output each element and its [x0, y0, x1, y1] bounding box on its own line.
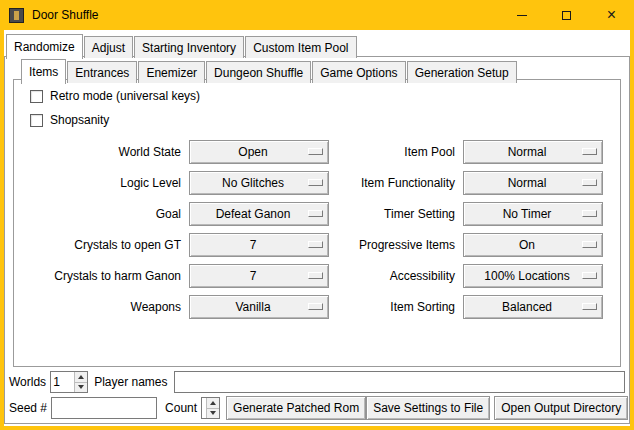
world-state-label: World State — [14, 145, 189, 159]
dropdown-indicator-icon — [308, 210, 323, 217]
count-spin-buttons — [206, 398, 219, 418]
player-names-input[interactable] — [174, 371, 626, 393]
worlds-spinbox[interactable] — [50, 371, 88, 393]
main-tabstrip: Randomize Adjust Starting Inventory Cust… — [6, 34, 358, 58]
spin-up-button[interactable] — [75, 372, 87, 382]
arrow-down-icon — [78, 385, 84, 389]
dropdown-indicator-icon — [582, 210, 597, 217]
minimize-button[interactable] — [499, 0, 544, 30]
window-title: Door Shuffle — [32, 8, 99, 22]
dropdown-indicator-icon — [308, 179, 323, 186]
weapons-value: Vanilla — [235, 300, 270, 314]
spin-down-button[interactable] — [207, 408, 219, 419]
randomize-tab-panel: Items Entrances Enemizer Dungeon Shuffle… — [4, 56, 630, 424]
item-pool-label: Item Pool — [329, 145, 463, 159]
arrow-up-icon — [210, 401, 216, 405]
seed-label: Seed # — [9, 401, 47, 415]
accessibility-value: 100% Locations — [484, 269, 569, 283]
shopsanity-label: Shopsanity — [50, 113, 109, 127]
app-icon — [9, 8, 24, 23]
sub-tabstrip: Items Entrances Enemizer Dungeon Shuffle… — [21, 59, 518, 83]
tab-starting-inventory[interactable]: Starting Inventory — [134, 36, 244, 58]
seed-input[interactable] — [51, 397, 157, 419]
save-settings-button[interactable]: Save Settings to File — [366, 396, 490, 420]
minimize-icon — [517, 15, 527, 16]
dropdown-indicator-icon — [308, 241, 323, 248]
goal-value: Defeat Ganon — [216, 207, 291, 221]
weapons-label: Weapons — [14, 300, 189, 314]
tab-randomize[interactable]: Randomize — [6, 34, 83, 59]
logic-level-dropdown[interactable]: No Glitches — [189, 171, 329, 195]
form-row: World State Open Item Pool Normal — [14, 136, 620, 167]
titlebar: Door Shuffle × — [0, 0, 634, 30]
form-row: Logic Level No Glitches Item Functionali… — [14, 167, 620, 198]
timer-setting-label: Timer Setting — [329, 207, 463, 221]
item-functionality-dropdown[interactable]: Normal — [463, 171, 603, 195]
crystals-open-gt-label: Crystals to open GT — [14, 238, 189, 252]
count-spinbox[interactable] — [201, 397, 220, 419]
dropdown-indicator-icon — [308, 148, 323, 155]
seed-row: Seed # Count Generate Patched Rom Save S… — [9, 396, 625, 420]
item-sorting-dropdown[interactable]: Balanced — [463, 295, 603, 319]
dropdown-indicator-icon — [582, 148, 597, 155]
dropdown-indicator-icon — [308, 303, 323, 310]
retro-mode-checkbox[interactable] — [30, 90, 43, 103]
goal-dropdown[interactable]: Defeat Ganon — [189, 202, 329, 226]
item-sorting-label: Item Sorting — [329, 300, 463, 314]
world-state-value: Open — [238, 145, 267, 159]
tab-generation-setup[interactable]: Generation Setup — [407, 61, 517, 83]
worlds-row: Worlds Player names — [9, 370, 625, 394]
spin-down-button[interactable] — [75, 382, 87, 393]
tab-adjust[interactable]: Adjust — [84, 36, 133, 58]
shopsanity-checkbox[interactable] — [30, 114, 43, 127]
item-functionality-value: Normal — [508, 176, 547, 190]
crystals-open-gt-dropdown[interactable]: 7 — [189, 233, 329, 257]
weapons-dropdown[interactable]: Vanilla — [189, 295, 329, 319]
close-button[interactable]: × — [589, 0, 634, 30]
worlds-label: Worlds — [9, 375, 46, 389]
dropdown-indicator-icon — [582, 272, 597, 279]
item-functionality-label: Item Functionality — [329, 176, 463, 190]
item-sorting-value: Balanced — [502, 300, 552, 314]
spin-up-button[interactable] — [207, 398, 219, 408]
dropdown-indicator-icon — [582, 241, 597, 248]
tab-dungeon-shuffle[interactable]: Dungeon Shuffle — [206, 61, 311, 83]
tab-items[interactable]: Items — [21, 59, 66, 84]
crystals-harm-ganon-dropdown[interactable]: 7 — [189, 264, 329, 288]
arrow-up-icon — [78, 375, 84, 379]
tab-enemizer[interactable]: Enemizer — [138, 61, 205, 83]
item-pool-dropdown[interactable]: Normal — [463, 140, 603, 164]
accessibility-dropdown[interactable]: 100% Locations — [463, 264, 603, 288]
generate-patched-rom-button[interactable]: Generate Patched Rom — [226, 396, 366, 420]
timer-setting-value: No Timer — [503, 207, 552, 221]
dropdown-indicator-icon — [582, 303, 597, 310]
worlds-spin-buttons — [74, 372, 87, 392]
crystals-open-gt-value: 7 — [250, 238, 257, 252]
close-icon: × — [607, 7, 616, 23]
tab-entrances[interactable]: Entrances — [67, 61, 137, 83]
goal-label: Goal — [14, 207, 189, 221]
progressive-items-dropdown[interactable]: On — [463, 233, 603, 257]
accessibility-label: Accessibility — [329, 269, 463, 283]
window-controls: × — [499, 0, 634, 30]
retro-mode-row: Retro mode (universal keys) — [30, 84, 620, 108]
player-names-label: Player names — [94, 375, 167, 389]
retro-mode-label: Retro mode (universal keys) — [50, 89, 200, 103]
count-label: Count — [165, 401, 197, 415]
timer-setting-dropdown[interactable]: No Timer — [463, 202, 603, 226]
item-pool-value: Normal — [508, 145, 547, 159]
maximize-button[interactable] — [544, 0, 589, 30]
worlds-input[interactable] — [51, 372, 74, 392]
progressive-items-label: Progressive Items — [329, 238, 463, 252]
open-output-directory-button[interactable]: Open Output Directory — [494, 396, 628, 420]
tab-custom-item-pool[interactable]: Custom Item Pool — [245, 36, 356, 58]
logic-level-value: No Glitches — [222, 176, 284, 190]
shopsanity-row: Shopsanity — [30, 108, 620, 132]
dropdown-indicator-icon — [308, 272, 323, 279]
form-row: Goal Defeat Ganon Timer Setting No Timer — [14, 198, 620, 229]
dropdown-indicator-icon — [582, 179, 597, 186]
arrow-down-icon — [210, 411, 216, 415]
maximize-icon — [562, 11, 571, 20]
world-state-dropdown[interactable]: Open — [189, 140, 329, 164]
tab-game-options[interactable]: Game Options — [312, 61, 405, 83]
